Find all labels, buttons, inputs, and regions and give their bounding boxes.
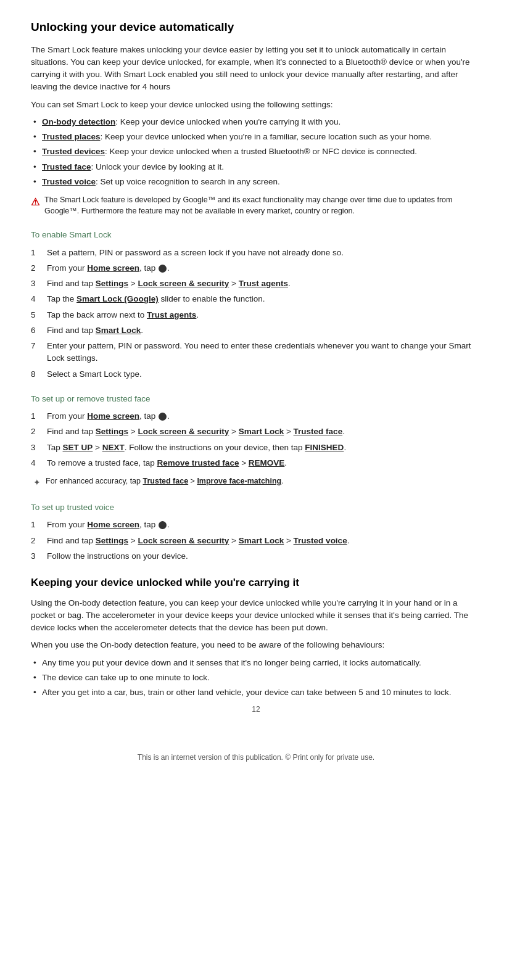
carrying-title: Keeping your device unlocked while you'r… [31, 575, 481, 591]
enable-section: To enable Smart Lock 1 Set a pattern, PI… [31, 229, 481, 381]
trusted-voice-section: To set up trusted voice 1 From your Home… [31, 501, 481, 562]
step-item: 7 Enter your pattern, PIN or password. Y… [31, 340, 481, 365]
lock-screen-term: Lock screen & security [138, 536, 229, 545]
warning-box: ⚠ The Smart Lock feature is developed by… [31, 194, 481, 216]
trust-agents-term2: Trust agents [147, 310, 196, 319]
trusted-voice-steps-list: 1 From your Home screen, tap . 2 Find an… [31, 519, 481, 562]
app-icon [159, 521, 167, 529]
setup-term: SET UP [63, 443, 93, 452]
remove-trusted-face-term: Remove trusted face [157, 458, 239, 467]
trusted-face-title: To set up or remove trusted face [31, 393, 481, 405]
smart-lock-term: Smart Lock [96, 326, 141, 335]
home-screen-term: Home screen [87, 411, 139, 421]
trusted-voice-term: Trusted voice [294, 536, 347, 545]
intro-para-1: The Smart Lock feature makes unlocking y… [31, 44, 481, 94]
step-item: 2 Find and tap Settings > Lock screen & … [31, 535, 481, 547]
enable-steps-list: 1 Set a pattern, PIN or password as a sc… [31, 247, 481, 381]
step-item: 6 Find and tap Smart Lock. [31, 324, 481, 337]
list-item: Trusted voice: Set up voice recognition … [31, 176, 481, 188]
list-item: On-body detection: Keep your device unlo… [31, 116, 481, 128]
step-item: 8 Select a Smart Lock type. [31, 368, 481, 381]
step-item: 4 To remove a trusted face, tap Remove t… [31, 457, 481, 469]
intro-para-2: You can set Smart Lock to keep your devi… [31, 99, 481, 111]
smart-lock-google-term: Smart Lock (Google) [76, 294, 159, 303]
carrying-bullets-list: Any time you put your device down and it… [31, 657, 481, 699]
lock-screen-term: Lock screen & security [138, 427, 229, 436]
step-item: 1 From your Home screen, tap . [31, 519, 481, 531]
carrying-para-1: Using the On-body detection feature, you… [31, 597, 481, 635]
tip-icon: ✦ [33, 476, 41, 489]
step-item: 1 Set a pattern, PIN or password as a sc… [31, 247, 481, 259]
list-item: Trusted places: Keep your device unlocke… [31, 131, 481, 143]
warning-icon: ⚠ [31, 195, 39, 210]
remove-term: REMOVE [249, 458, 285, 467]
page-title: Unlocking your device automatically [31, 19, 481, 36]
trusted-face-tip-term: Trusted face [143, 477, 189, 485]
term-trusted-devices: Trusted devices [42, 147, 105, 156]
smart-lock-term: Smart Lock [239, 536, 284, 545]
next-term: NEXT [102, 443, 125, 452]
step-item: 5 Tap the back arrow next to Trust agent… [31, 309, 481, 321]
lock-screen-term: Lock screen & security [138, 279, 229, 288]
term-trusted-places: Trusted places [42, 132, 101, 141]
footer-text: This is an internet version of this publ… [31, 752, 481, 763]
smart-lock-term: Smart Lock [239, 427, 284, 436]
trusted-voice-title: To set up trusted voice [31, 501, 481, 514]
settings-term: Settings [96, 427, 128, 436]
list-item: The device can take up to one minute to … [31, 672, 481, 684]
trusted-face-term: Trusted face [294, 427, 343, 436]
app-icon [159, 413, 167, 421]
term-trusted-voice: Trusted voice [42, 177, 96, 186]
finished-term: FINISHED [305, 443, 344, 452]
list-item: Trusted face: Unlock your device by look… [31, 161, 481, 173]
trusted-face-steps-list: 1 From your Home screen, tap . 2 Find an… [31, 410, 481, 469]
app-icon [159, 265, 167, 273]
tip-box: ✦ For enhanced accuracy, tap Trusted fac… [31, 476, 481, 489]
trust-agents-term: Trust agents [239, 279, 288, 288]
page-number: 12 [31, 704, 481, 715]
step-item: 3 Tap SET UP > NEXT. Follow the instruct… [31, 442, 481, 454]
list-item: After you get into a car, bus, train or … [31, 686, 481, 699]
step-item: 3 Find and tap Settings > Lock screen & … [31, 278, 481, 290]
carrying-para-2: When you use the On-body detection featu… [31, 639, 481, 651]
trusted-face-section: To set up or remove trusted face 1 From … [31, 393, 481, 489]
improve-face-term: Improve face-matching [197, 477, 281, 485]
home-screen-term: Home screen [87, 263, 139, 273]
step-item: 4 Tap the Smart Lock (Google) slider to … [31, 293, 481, 305]
step-item: 2 From your Home screen, tap . [31, 262, 481, 274]
list-item: Any time you put your device down and it… [31, 657, 481, 669]
term-on-body: On-body detection [42, 117, 115, 126]
home-screen-term: Home screen [87, 520, 139, 529]
warning-text: The Smart Lock feature is developed by G… [44, 194, 481, 216]
term-trusted-face: Trusted face [42, 162, 91, 171]
step-item: 2 Find and tap Settings > Lock screen & … [31, 426, 481, 438]
enable-title: To enable Smart Lock [31, 229, 481, 241]
step-item: 3 Follow the instructions on your device… [31, 550, 481, 562]
settings-term: Settings [96, 279, 128, 288]
step-item: 1 From your Home screen, tap . [31, 410, 481, 422]
carrying-section: Keeping your device unlocked while you'r… [31, 575, 481, 699]
smart-lock-features-list: On-body detection: Keep your device unlo… [31, 116, 481, 188]
settings-term: Settings [96, 536, 128, 545]
list-item: Trusted devices: Keep your device unlock… [31, 146, 481, 158]
